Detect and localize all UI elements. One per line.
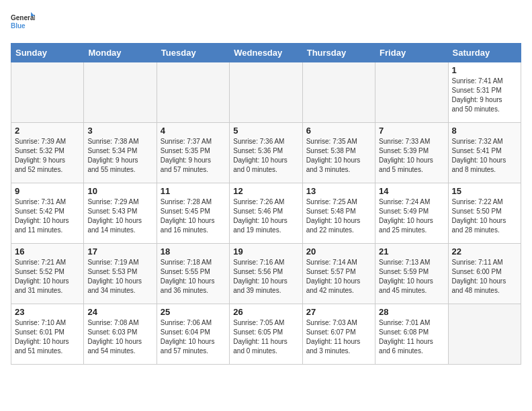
calendar-cell: 14Sunrise: 7:24 AM Sunset: 5:49 PM Dayli… xyxy=(375,183,448,244)
day-info: Sunrise: 7:11 AM Sunset: 6:00 PM Dayligh… xyxy=(452,258,517,295)
calendar-cell: 6Sunrise: 7:35 AM Sunset: 5:38 PM Daylig… xyxy=(302,123,375,183)
calendar-table: SundayMondayTuesdayWednesdayThursdayFrid… xyxy=(11,43,521,365)
day-info: Sunrise: 7:22 AM Sunset: 5:50 PM Dayligh… xyxy=(452,197,517,235)
day-info: Sunrise: 7:38 AM Sunset: 5:34 PM Dayligh… xyxy=(87,137,152,175)
day-info: Sunrise: 7:01 AM Sunset: 6:08 PM Dayligh… xyxy=(379,318,444,356)
calendar-cell: 24Sunrise: 7:08 AM Sunset: 6:03 PM Dayli… xyxy=(84,304,157,365)
day-info: Sunrise: 7:10 AM Sunset: 6:01 PM Dayligh… xyxy=(15,318,80,356)
calendar-cell: 19Sunrise: 7:16 AM Sunset: 5:56 PM Dayli… xyxy=(230,244,302,304)
calendar-cell: 1Sunrise: 7:41 AM Sunset: 5:31 PM Daylig… xyxy=(448,62,521,123)
weekday-header-monday: Monday xyxy=(84,44,157,62)
calendar-cell: 11Sunrise: 7:28 AM Sunset: 5:45 PM Dayli… xyxy=(157,183,229,244)
day-number: 23 xyxy=(15,307,80,317)
day-info: Sunrise: 7:39 AM Sunset: 5:32 PM Dayligh… xyxy=(15,137,80,175)
day-number: 26 xyxy=(233,307,298,317)
calendar-week-row: 23Sunrise: 7:10 AM Sunset: 6:01 PM Dayli… xyxy=(11,304,521,365)
calendar-cell: 5Sunrise: 7:36 AM Sunset: 5:36 PM Daylig… xyxy=(230,123,302,183)
day-info: Sunrise: 7:05 AM Sunset: 6:05 PM Dayligh… xyxy=(233,318,298,356)
day-info: Sunrise: 7:19 AM Sunset: 5:53 PM Dayligh… xyxy=(87,258,152,295)
calendar-cell: 4Sunrise: 7:37 AM Sunset: 5:35 PM Daylig… xyxy=(157,123,229,183)
day-info: Sunrise: 7:31 AM Sunset: 5:42 PM Dayligh… xyxy=(15,197,80,235)
calendar-cell: 10Sunrise: 7:29 AM Sunset: 5:43 PM Dayli… xyxy=(84,183,157,244)
day-number: 5 xyxy=(233,126,298,136)
day-info: Sunrise: 7:21 AM Sunset: 5:52 PM Dayligh… xyxy=(15,258,80,295)
logo: General Blue xyxy=(11,11,35,35)
day-info: Sunrise: 7:29 AM Sunset: 5:43 PM Dayligh… xyxy=(87,197,152,235)
day-number: 28 xyxy=(379,307,444,317)
day-number: 2 xyxy=(15,126,80,136)
calendar-cell: 2Sunrise: 7:39 AM Sunset: 5:32 PM Daylig… xyxy=(11,123,84,183)
calendar-cell: 20Sunrise: 7:14 AM Sunset: 5:57 PM Dayli… xyxy=(302,244,375,304)
calendar-cell: 27Sunrise: 7:03 AM Sunset: 6:07 PM Dayli… xyxy=(302,304,375,365)
day-info: Sunrise: 7:35 AM Sunset: 5:38 PM Dayligh… xyxy=(306,137,371,175)
day-info: Sunrise: 7:16 AM Sunset: 5:56 PM Dayligh… xyxy=(233,258,298,295)
day-info: Sunrise: 7:18 AM Sunset: 5:55 PM Dayligh… xyxy=(161,258,226,295)
day-number: 11 xyxy=(161,186,226,196)
calendar-cell: 16Sunrise: 7:21 AM Sunset: 5:52 PM Dayli… xyxy=(11,244,84,304)
calendar-cell: 28Sunrise: 7:01 AM Sunset: 6:08 PM Dayli… xyxy=(375,304,448,365)
day-number: 24 xyxy=(87,307,152,317)
weekday-header-saturday: Saturday xyxy=(448,44,521,62)
calendar-cell: 3Sunrise: 7:38 AM Sunset: 5:34 PM Daylig… xyxy=(84,123,157,183)
calendar-cell xyxy=(375,62,448,123)
calendar-cell: 13Sunrise: 7:25 AM Sunset: 5:48 PM Dayli… xyxy=(302,183,375,244)
calendar-cell xyxy=(157,62,229,123)
day-info: Sunrise: 7:37 AM Sunset: 5:35 PM Dayligh… xyxy=(161,137,226,175)
calendar-week-row: 9Sunrise: 7:31 AM Sunset: 5:42 PM Daylig… xyxy=(11,183,521,244)
day-number: 18 xyxy=(161,246,226,257)
day-number: 6 xyxy=(306,126,371,136)
day-info: Sunrise: 7:36 AM Sunset: 5:36 PM Dayligh… xyxy=(233,137,298,175)
day-number: 21 xyxy=(379,246,444,257)
calendar-cell: 21Sunrise: 7:13 AM Sunset: 5:59 PM Dayli… xyxy=(375,244,448,304)
calendar-cell: 23Sunrise: 7:10 AM Sunset: 6:01 PM Dayli… xyxy=(11,304,84,365)
weekday-header-thursday: Thursday xyxy=(302,44,375,62)
day-info: Sunrise: 7:24 AM Sunset: 5:49 PM Dayligh… xyxy=(379,197,444,235)
day-number: 8 xyxy=(452,126,517,136)
calendar-cell xyxy=(84,62,157,123)
svg-text:Blue: Blue xyxy=(11,22,26,30)
day-info: Sunrise: 7:32 AM Sunset: 5:41 PM Dayligh… xyxy=(452,137,517,175)
calendar-week-row: 16Sunrise: 7:21 AM Sunset: 5:52 PM Dayli… xyxy=(11,244,521,304)
weekday-header-sunday: Sunday xyxy=(11,44,84,62)
day-number: 27 xyxy=(306,307,371,317)
weekday-header-tuesday: Tuesday xyxy=(157,44,229,62)
day-info: Sunrise: 7:41 AM Sunset: 5:31 PM Dayligh… xyxy=(452,77,517,114)
calendar-cell: 22Sunrise: 7:11 AM Sunset: 6:00 PM Dayli… xyxy=(448,244,521,304)
logo-icon: General Blue xyxy=(11,11,35,35)
day-number: 15 xyxy=(452,186,517,196)
day-number: 20 xyxy=(306,246,371,257)
page-header: General Blue xyxy=(11,11,521,35)
calendar-week-row: 1Sunrise: 7:41 AM Sunset: 5:31 PM Daylig… xyxy=(11,62,521,123)
day-info: Sunrise: 7:13 AM Sunset: 5:59 PM Dayligh… xyxy=(379,258,444,295)
calendar-cell: 26Sunrise: 7:05 AM Sunset: 6:05 PM Dayli… xyxy=(230,304,302,365)
calendar-cell: 8Sunrise: 7:32 AM Sunset: 5:41 PM Daylig… xyxy=(448,123,521,183)
day-info: Sunrise: 7:06 AM Sunset: 6:04 PM Dayligh… xyxy=(161,318,226,356)
calendar-cell: 7Sunrise: 7:33 AM Sunset: 5:39 PM Daylig… xyxy=(375,123,448,183)
calendar-cell: 25Sunrise: 7:06 AM Sunset: 6:04 PM Dayli… xyxy=(157,304,229,365)
day-info: Sunrise: 7:25 AM Sunset: 5:48 PM Dayligh… xyxy=(306,197,371,235)
calendar-cell xyxy=(230,62,302,123)
day-info: Sunrise: 7:08 AM Sunset: 6:03 PM Dayligh… xyxy=(87,318,152,356)
calendar-cell xyxy=(448,304,521,365)
calendar-cell: 17Sunrise: 7:19 AM Sunset: 5:53 PM Dayli… xyxy=(84,244,157,304)
day-info: Sunrise: 7:28 AM Sunset: 5:45 PM Dayligh… xyxy=(161,197,226,235)
day-info: Sunrise: 7:14 AM Sunset: 5:57 PM Dayligh… xyxy=(306,258,371,295)
calendar-week-row: 2Sunrise: 7:39 AM Sunset: 5:32 PM Daylig… xyxy=(11,123,521,183)
day-info: Sunrise: 7:33 AM Sunset: 5:39 PM Dayligh… xyxy=(379,137,444,175)
day-number: 14 xyxy=(379,186,444,196)
day-number: 22 xyxy=(452,246,517,257)
day-number: 7 xyxy=(379,126,444,136)
calendar-cell: 12Sunrise: 7:26 AM Sunset: 5:46 PM Dayli… xyxy=(230,183,302,244)
weekday-header-friday: Friday xyxy=(375,44,448,62)
weekday-header-wednesday: Wednesday xyxy=(230,44,302,62)
day-number: 12 xyxy=(233,186,298,196)
day-number: 1 xyxy=(452,65,517,75)
weekday-header-row: SundayMondayTuesdayWednesdayThursdayFrid… xyxy=(11,44,521,62)
day-number: 16 xyxy=(15,246,80,257)
day-info: Sunrise: 7:26 AM Sunset: 5:46 PM Dayligh… xyxy=(233,197,298,235)
day-number: 25 xyxy=(161,307,226,317)
day-number: 17 xyxy=(87,246,152,257)
day-number: 9 xyxy=(15,186,80,196)
calendar-cell xyxy=(302,62,375,123)
day-number: 13 xyxy=(306,186,371,196)
